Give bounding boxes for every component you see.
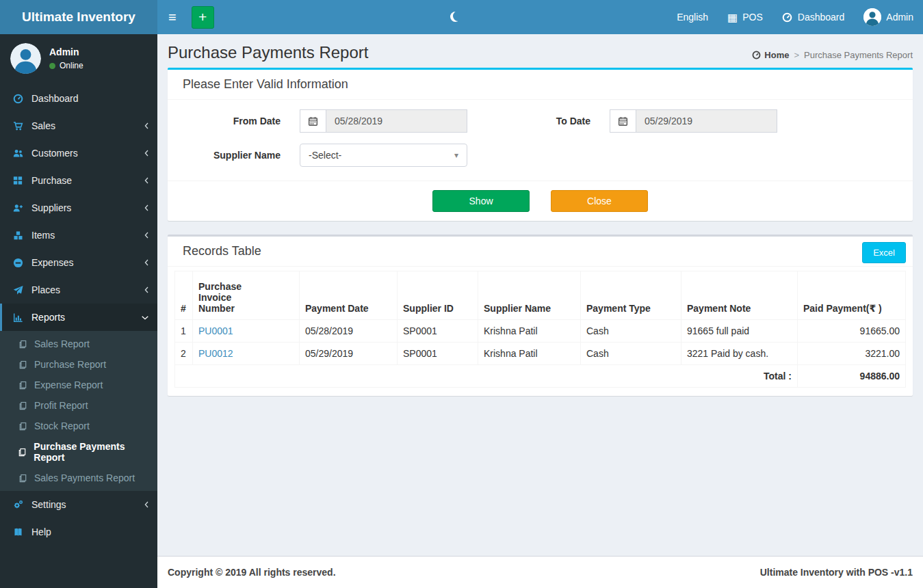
pos-label: POS: [742, 12, 763, 23]
user-menu[interactable]: Admin: [854, 0, 923, 34]
users-icon: [10, 148, 25, 159]
sidebar-item-expenses[interactable]: Expenses: [0, 249, 157, 276]
sidebar-user-panel: Admin Online: [0, 34, 157, 85]
from-date-label: From Date: [181, 109, 281, 133]
col-payment-note: Payment Note: [681, 271, 798, 320]
sidebar-item-settings[interactable]: Settings: [0, 491, 157, 518]
footer-version: Ultimate Inventory with POS -v1.1: [760, 567, 913, 578]
sidebar-item-sales-payments-report[interactable]: Sales Payments Report: [0, 468, 157, 488]
sidebar-item-label: Settings: [31, 499, 66, 510]
tachometer-icon: [10, 94, 25, 104]
sidebar-item-label: Items: [31, 230, 55, 241]
book-icon: [10, 527, 25, 537]
sidebar-user-status: Online: [49, 61, 83, 70]
table-row: 1 PU0001 05/28/2019 SP0001 Krishna Patil…: [175, 320, 906, 343]
calculator-icon: ▦: [727, 11, 738, 24]
sidebar-item-stock-report[interactable]: Stock Report: [0, 416, 157, 436]
dark-mode-icon[interactable]: [450, 12, 460, 22]
to-date-label: To Date: [467, 109, 590, 133]
pos-menu[interactable]: ▦ POS: [718, 0, 772, 34]
from-date-input[interactable]: [326, 109, 467, 133]
sidebar-item-label: Purchase: [31, 175, 72, 186]
table-row: 2 PU0012 05/29/2019 SP0001 Krishna Patil…: [175, 343, 906, 365]
avatar: [10, 43, 41, 74]
gears-icon: [10, 500, 25, 510]
calendar-icon: [300, 109, 326, 133]
files-icon: [16, 422, 29, 431]
sidebar-item-expense-report[interactable]: Expense Report: [0, 375, 157, 395]
sidebar-item-places[interactable]: Places: [0, 276, 157, 304]
total-label: Total :: [175, 365, 798, 388]
breadcrumb-current: Purchase Payments Report: [804, 50, 913, 60]
col-invoice: Purchase Invoice Number: [193, 271, 300, 320]
sidebar-item-sales[interactable]: Sales: [0, 112, 157, 139]
sidebar-item-purchase-payments-report[interactable]: Purchase Payments Report: [0, 436, 157, 468]
quick-add-button[interactable]: +: [192, 6, 214, 29]
sidebar-item-dashboard[interactable]: Dashboard: [0, 85, 157, 112]
breadcrumb-separator: >: [794, 50, 799, 60]
table-header-row: # Purchase Invoice Number Payment Date S…: [175, 271, 906, 320]
language-menu[interactable]: English: [667, 0, 718, 34]
user-plus-icon: [10, 203, 25, 213]
records-table: # Purchase Invoice Number Payment Date S…: [174, 271, 906, 388]
sidebar-item-profit-report[interactable]: Profit Report: [0, 395, 157, 416]
sidebar-item-label: Expenses: [31, 257, 73, 268]
filter-box: Please Enter Valid Information From Date…: [168, 68, 913, 221]
paper-plane-icon: [10, 285, 25, 295]
dashboard-label: Dashboard: [798, 12, 845, 23]
files-icon: [16, 340, 29, 349]
sidebar-item-purchase[interactable]: Purchase: [0, 167, 157, 194]
chevron-left-icon: [144, 176, 149, 185]
sidebar-item-sales-report[interactable]: Sales Report: [0, 334, 157, 354]
brand-logo[interactable]: Ultimate Inventory: [0, 0, 157, 34]
sidebar: Admin Online Dashboard Sales Customers P…: [0, 34, 157, 588]
caret-down-icon: ▾: [454, 150, 458, 160]
total-value: 94886.00: [798, 365, 906, 388]
page-title: Purchase Payments Report: [168, 43, 368, 62]
sidebar-item-purchase-report[interactable]: Purchase Report: [0, 354, 157, 375]
table-total-row: Total : 94886.00: [175, 365, 906, 388]
sidebar-item-suppliers[interactable]: Suppliers: [0, 194, 157, 222]
sidebar-item-help[interactable]: Help: [0, 518, 157, 546]
sidebar-item-reports[interactable]: Reports: [0, 304, 157, 331]
sidebar-item-label: Suppliers: [31, 202, 71, 213]
calendar-icon: [610, 109, 636, 133]
sidebar-item-items[interactable]: Items: [0, 222, 157, 249]
breadcrumb-home[interactable]: Home: [751, 50, 789, 60]
chevron-left-icon: [144, 122, 149, 130]
invoice-link[interactable]: PU0012: [198, 348, 233, 359]
supplier-select-value: -Select-: [309, 150, 341, 161]
col-supplier-name: Supplier Name: [478, 271, 581, 320]
col-paid-payment: Paid Payment(₹ ): [798, 271, 906, 320]
sidebar-item-customers[interactable]: Customers: [0, 139, 157, 167]
invoice-link[interactable]: PU0001: [198, 325, 233, 336]
files-icon: [16, 381, 29, 390]
supplier-select[interactable]: -Select- ▾: [300, 144, 467, 167]
close-button[interactable]: Close: [551, 190, 648, 212]
cart-icon: [10, 121, 25, 131]
dashboard-menu[interactable]: Dashboard: [772, 0, 855, 34]
language-label: English: [677, 12, 708, 23]
filter-box-title: Please Enter Valid Information: [168, 70, 913, 100]
col-supplier-id: Supplier ID: [398, 271, 478, 320]
col-payment-date: Payment Date: [300, 271, 398, 320]
col-sn: #: [175, 271, 193, 320]
from-date-group: [300, 109, 467, 133]
tachometer-icon: [782, 12, 793, 23]
files-icon: [16, 360, 29, 369]
sidebar-toggle-icon[interactable]: ≡: [157, 0, 187, 34]
to-date-input[interactable]: [636, 109, 777, 133]
excel-export-button[interactable]: Excel: [862, 242, 906, 263]
files-icon: [16, 474, 29, 483]
col-payment-type: Payment Type: [581, 271, 681, 320]
chevron-left-icon: [144, 204, 149, 212]
chevron-left-icon: [144, 231, 149, 239]
sidebar-item-label: Sales: [31, 120, 55, 131]
records-box: Records Table Excel # Purchase Invoice N…: [168, 235, 913, 396]
sidebar-item-label: Customers: [31, 148, 78, 159]
sidebar-item-label: Help: [31, 526, 51, 537]
grid-icon: [10, 176, 25, 185]
show-button[interactable]: Show: [432, 190, 530, 212]
sidebar-item-label: Reports: [31, 312, 65, 323]
footer: Copyright © 2019 All rights reserved. Ul…: [157, 556, 923, 588]
